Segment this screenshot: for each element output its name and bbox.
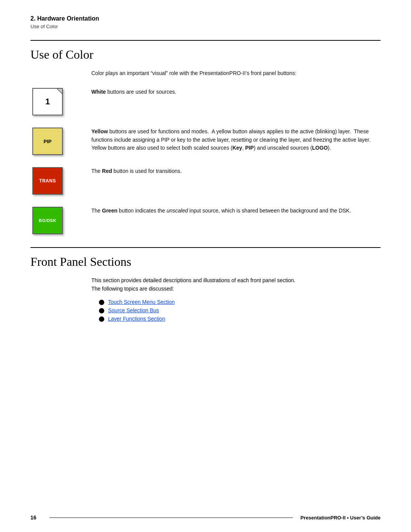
section2-intro: This section provides detailed descripti… — [91, 276, 381, 293]
green-button-bold: Green — [102, 208, 117, 214]
green-button-italic: unscaled — [167, 208, 188, 214]
list-item-source-selection: Source Selection Bus — [99, 307, 381, 313]
footer-page-number: 16 — [30, 514, 42, 521]
section1-title: Use of Color — [0, 41, 411, 69]
page: 2. Hardware Orientation Use of Color Use… — [0, 0, 411, 532]
section2-intro-line2: The following topics are discussed: — [91, 286, 174, 292]
section2-links-list: Touch Screen Menu Section Source Selecti… — [99, 299, 381, 322]
yellow-button-label: PIP — [44, 139, 52, 144]
link-touch-screen-menu[interactable]: Touch Screen Menu Section — [108, 299, 175, 305]
link-source-selection-bus[interactable]: Source Selection Bus — [108, 307, 159, 313]
footer: 16 PresentationPRO-II • User’s Guide — [0, 514, 411, 521]
section1-intro: Color plays an important “visual” role w… — [91, 69, 381, 77]
bullet-dot-1 — [99, 300, 104, 305]
red-button-desc: The Red button is used for transitions. — [91, 166, 381, 176]
green-button-label: BG/DSK — [39, 218, 56, 223]
list-item-layer-functions: Layer Functions Section — [99, 316, 381, 322]
list-item-touch-screen: Touch Screen Menu Section — [99, 299, 381, 305]
section2-title: Front Panel Sections — [0, 248, 411, 276]
yellow-key-bold: Key — [233, 145, 242, 151]
white-button-desc: White buttons are used for sources. — [91, 86, 381, 96]
white-button-label: 1 — [45, 97, 50, 107]
yellow-button-desc: Yellow buttons are used for functions an… — [91, 126, 381, 152]
white-button-bold: White — [91, 89, 106, 95]
white-button: 1 — [32, 88, 63, 115]
red-button-label: TRANS — [39, 178, 56, 184]
header: 2. Hardware Orientation Use of Color — [0, 0, 411, 33]
red-button-image: TRANS — [30, 166, 65, 196]
yellow-button: PIP — [32, 128, 63, 155]
link-layer-functions[interactable]: Layer Functions Section — [108, 316, 165, 322]
yellow-button-image: PIP — [30, 126, 65, 157]
bullet-dot-2 — [99, 308, 104, 313]
breadcrumb: Use of Color — [30, 24, 381, 29]
yellow-button-bold: Yellow — [91, 128, 108, 134]
bullet-dot-3 — [99, 316, 104, 322]
yellow-pip-bold: PIP — [245, 145, 254, 151]
red-button-bold: Red — [102, 168, 112, 174]
section1-content: Color plays an important “visual” role w… — [0, 69, 411, 236]
footer-product-name: PresentationPRO-II • User’s Guide — [301, 515, 381, 521]
green-button-row: BG/DSK The Green button indicates the un… — [30, 205, 381, 236]
chapter-title: 2. Hardware Orientation — [30, 15, 381, 22]
red-button-row: TRANS The Red button is used for transit… — [30, 166, 381, 196]
white-button-row: 1 White buttons are used for sources. — [30, 86, 381, 117]
yellow-button-row: PIP Yellow buttons are used for function… — [30, 126, 381, 157]
white-button-image: 1 — [30, 86, 65, 117]
green-button-desc: The Green button indicates the unscaled … — [91, 205, 381, 215]
red-button: TRANS — [32, 167, 63, 195]
green-button: BG/DSK — [32, 207, 63, 234]
section2-intro-line1: This section provides detailed descripti… — [91, 277, 295, 283]
green-button-image: BG/DSK — [30, 205, 65, 236]
footer-rule — [49, 518, 293, 518]
section2-content: This section provides detailed descripti… — [0, 276, 411, 322]
yellow-logo-bold: LOGO — [312, 145, 328, 151]
